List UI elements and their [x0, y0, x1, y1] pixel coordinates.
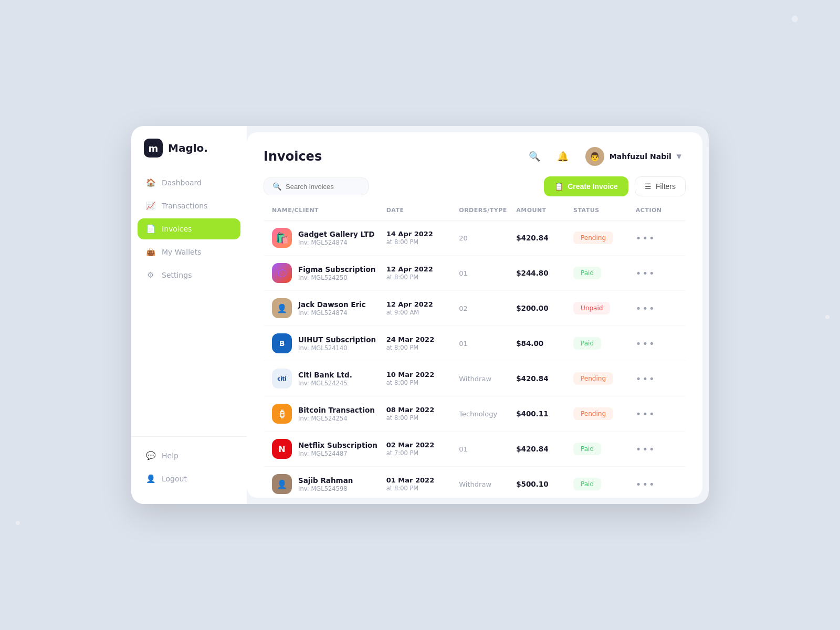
client-info: Gadget Gallery LTD Inv: MGL524874: [298, 230, 374, 246]
my-wallets-icon: 👜: [146, 247, 155, 257]
date-time: at 8:00 PM: [386, 379, 459, 386]
invoice-icon: 📋: [554, 182, 563, 191]
client-cell: N Netflix Subscription Inv: MGL524487: [272, 439, 386, 459]
sidebar-item-help[interactable]: 💬 Help: [138, 445, 240, 466]
user-name: Mahfuzul Nabil: [610, 152, 671, 161]
action-menu-button[interactable]: •••: [636, 373, 677, 384]
invoice-id: Inv: MGL524250: [298, 274, 375, 281]
client-info: Bitcoin Transaction Inv: MGL524254: [298, 406, 375, 422]
invoice-id: Inv: MGL524874: [298, 239, 374, 246]
col-header-date: DATE: [386, 207, 459, 214]
client-name: Citi Bank Ltd.: [298, 371, 352, 379]
sidebar-item-settings[interactable]: ⚙️ Settings: [138, 265, 240, 286]
table-row: 👤 Sajib Rahman Inv: MGL524598 01 Mar 202…: [264, 467, 686, 498]
date-main: 01 Mar 2022: [386, 476, 459, 484]
sidebar: m Maglo. 🏠 Dashboard 📈 Transactions 📄 In…: [131, 126, 247, 504]
col-header-orders: ORDERS/TYPE: [459, 207, 516, 214]
filters-button[interactable]: ☰ Filters: [635, 176, 686, 196]
status-cell: Paid: [573, 267, 636, 279]
amount: $200.00: [516, 304, 573, 312]
sidebar-item-invoices[interactable]: 📄 Invoices: [138, 218, 240, 239]
amount: $84.00: [516, 339, 573, 348]
amount: $500.10: [516, 480, 573, 488]
search-button[interactable]: 🔍: [524, 146, 544, 166]
date-main: 12 Apr 2022: [386, 265, 459, 273]
client-name: Jack Dawson Eric: [298, 300, 366, 309]
invoice-table: NAME/CLIENTDATEORDERS/TYPEAMOUNTSTATUSAC…: [247, 207, 702, 498]
amount: $244.80: [516, 269, 573, 277]
amount: $420.84: [516, 445, 573, 453]
client-name: UIHUT Subscription: [298, 335, 376, 344]
status-badge: Pending: [573, 232, 613, 244]
client-name: Netflix Subscription: [298, 441, 377, 449]
orders-type: 20: [459, 234, 516, 242]
sidebar-item-transactions[interactable]: 📈 Transactions: [138, 195, 240, 216]
avatar: 👨: [585, 147, 604, 166]
date-time: at 7:00 PM: [386, 449, 459, 457]
date-cell: 12 Apr 2022 at 9:00 AM: [386, 300, 459, 316]
invoice-id: Inv: MGL524245: [298, 380, 352, 387]
date-cell: 01 Mar 2022 at 8:00 PM: [386, 476, 459, 492]
sidebar-item-label: Transactions: [162, 202, 207, 210]
top-bar-right: 🔍 🔔 👨 Mahfuzul Nabil ▼: [524, 145, 686, 168]
bg-decoration-2: [825, 315, 830, 319]
table-row: ⬡ Figma Subscription Inv: MGL524250 12 A…: [264, 256, 686, 291]
help-icon: 💬: [146, 451, 155, 460]
search-box[interactable]: 🔍: [264, 177, 369, 195]
client-name: Figma Subscription: [298, 265, 375, 274]
action-menu-button[interactable]: •••: [636, 233, 677, 244]
orders-type: 01: [459, 340, 516, 348]
action-menu-button[interactable]: •••: [636, 303, 677, 314]
table-row: B UIHUT Subscription Inv: MGL524140 24 M…: [264, 326, 686, 361]
sidebar-item-label: Help: [162, 452, 178, 460]
amount: $420.84: [516, 234, 573, 242]
client-info: Figma Subscription Inv: MGL524250: [298, 265, 375, 281]
date-time: at 8:00 PM: [386, 274, 459, 281]
date-main: 02 Mar 2022: [386, 441, 459, 449]
create-invoice-button[interactable]: 📋 Create Invoice: [544, 176, 628, 196]
table-row: citi Citi Bank Ltd. Inv: MGL524245 10 Ma…: [264, 361, 686, 396]
date-time: at 8:00 PM: [386, 414, 459, 422]
col-header-status: STATUS: [573, 207, 636, 214]
client-logo: citi: [272, 369, 292, 388]
action-menu-button[interactable]: •••: [636, 444, 677, 455]
action-menu-button[interactable]: •••: [636, 408, 677, 419]
status-cell: Pending: [573, 407, 636, 420]
status-badge: Paid: [573, 337, 601, 350]
user-chip[interactable]: 👨 Mahfuzul Nabil ▼: [581, 145, 686, 168]
client-info: Sajib Rahman Inv: MGL524598: [298, 476, 353, 492]
settings-icon: ⚙️: [146, 270, 155, 280]
sidebar-item-dashboard[interactable]: 🏠 Dashboard: [138, 172, 240, 193]
search-input[interactable]: [286, 183, 360, 191]
date-cell: 12 Apr 2022 at 8:00 PM: [386, 265, 459, 281]
client-logo: B: [272, 333, 292, 353]
sidebar-item-label: Logout: [162, 475, 187, 483]
status-badge: Paid: [573, 443, 601, 455]
sidebar-item-label: Settings: [162, 271, 192, 279]
table-row: 🛍️ Gadget Gallery LTD Inv: MGL524874 14 …: [264, 220, 686, 256]
col-header-amount: AMOUNT: [516, 207, 573, 214]
date-time: at 8:00 PM: [386, 485, 459, 492]
sidebar-item-logout[interactable]: 👤 Logout: [138, 468, 240, 489]
page-title: Invoices: [264, 149, 322, 164]
bg-decoration-1: [792, 16, 798, 22]
status-cell: Paid: [573, 337, 636, 350]
client-logo: 🛍️: [272, 228, 292, 248]
sidebar-item-label: My Wallets: [162, 248, 202, 256]
amount: $400.11: [516, 410, 573, 418]
col-header-action: ACTION: [636, 207, 677, 214]
date-main: 08 Mar 2022: [386, 406, 459, 414]
action-menu-button[interactable]: •••: [636, 479, 677, 490]
orders-type: 02: [459, 304, 516, 312]
sidebar-item-my-wallets[interactable]: 👜 My Wallets: [138, 242, 240, 262]
notifications-button[interactable]: 🔔: [553, 146, 573, 166]
sidebar-item-label: Dashboard: [162, 178, 202, 187]
action-menu-button[interactable]: •••: [636, 338, 677, 349]
orders-type: 01: [459, 269, 516, 277]
action-menu-button[interactable]: •••: [636, 268, 677, 279]
main-content: Invoices 🔍 🔔 👨 Mahfuzul Nabil ▼: [247, 132, 702, 498]
client-logo: ₿: [272, 404, 292, 424]
client-name: Gadget Gallery LTD: [298, 230, 374, 238]
client-cell: ⬡ Figma Subscription Inv: MGL524250: [272, 263, 386, 283]
col-header-name: NAME/CLIENT: [272, 207, 386, 214]
